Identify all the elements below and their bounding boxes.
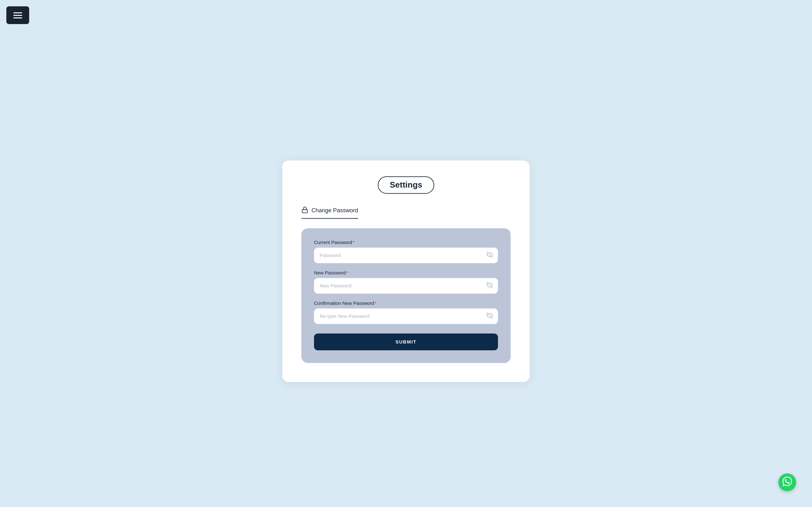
current-password-input[interactable] bbox=[314, 247, 498, 263]
tab-label: Change Password bbox=[311, 207, 358, 214]
lock-icon bbox=[301, 206, 308, 215]
new-password-input-wrapper bbox=[314, 278, 498, 293]
confirm-password-required: * bbox=[374, 300, 376, 306]
current-password-field: Current Password* bbox=[314, 239, 498, 263]
confirm-password-input-wrapper bbox=[314, 308, 498, 324]
menu-button[interactable] bbox=[6, 6, 29, 24]
title-wrapper: Settings bbox=[301, 176, 511, 193]
confirm-password-field: Confirmation New Password* bbox=[314, 300, 498, 324]
menu-icon-line2 bbox=[13, 15, 22, 16]
whatsapp-button[interactable] bbox=[778, 473, 796, 491]
new-password-required: * bbox=[346, 270, 348, 275]
whatsapp-icon bbox=[782, 476, 792, 488]
current-password-required: * bbox=[353, 239, 355, 245]
svg-rect-0 bbox=[302, 210, 308, 213]
new-password-field: New Password* bbox=[314, 270, 498, 293]
form-card: Current Password* New Password* bbox=[301, 228, 511, 363]
toggle-confirm-password-icon[interactable] bbox=[487, 312, 493, 320]
new-password-label: New Password* bbox=[314, 270, 498, 275]
current-password-label: Current Password* bbox=[314, 239, 498, 245]
settings-card: Settings Change Password Current Passwor… bbox=[282, 160, 530, 382]
toggle-current-password-icon[interactable] bbox=[487, 251, 493, 259]
confirm-password-input[interactable] bbox=[314, 308, 498, 324]
menu-icon-line1 bbox=[13, 12, 22, 13]
menu-icon-line3 bbox=[13, 17, 22, 18]
current-password-input-wrapper bbox=[314, 247, 498, 263]
new-password-input[interactable] bbox=[314, 278, 498, 293]
change-password-tab[interactable]: Change Password bbox=[301, 206, 358, 219]
confirm-password-label: Confirmation New Password* bbox=[314, 300, 498, 306]
page-title: Settings bbox=[378, 176, 435, 193]
submit-button[interactable]: SUBMIT bbox=[314, 333, 498, 350]
toggle-new-password-icon[interactable] bbox=[487, 282, 493, 290]
